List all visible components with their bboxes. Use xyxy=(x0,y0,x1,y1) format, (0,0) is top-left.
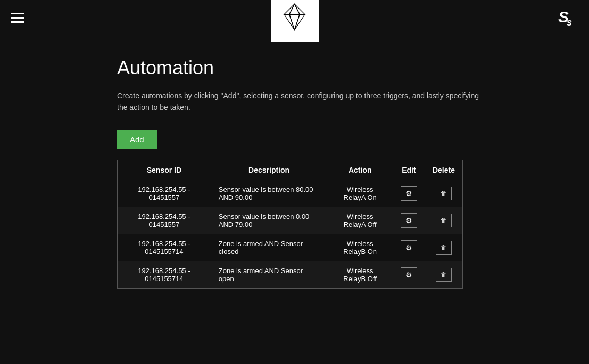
cell-action: Wireless RelayB Off xyxy=(327,261,393,288)
delete-button[interactable]: 🗑 xyxy=(436,187,452,200)
cell-description: Zone is armed AND Sensor closed xyxy=(211,234,327,261)
cell-description: Sensor value is between 80.00 AND 90.00 xyxy=(211,180,327,207)
logo-container xyxy=(271,0,319,42)
delete-button[interactable]: 🗑 xyxy=(436,268,452,282)
cell-sensor-id: 192.168.254.55 - 0145155714 xyxy=(118,261,211,288)
edit-button[interactable]: ⚙ xyxy=(401,267,417,282)
cell-sensor-id: 192.168.254.55 - 01451557 xyxy=(118,207,211,234)
table-header-row: Sensor ID Decsription Action Edit Delete xyxy=(118,160,463,180)
cell-description: Sensor value is between 0.00 AND 79.00 xyxy=(211,207,327,234)
table-row: 192.168.254.55 - 01451557Sensor value is… xyxy=(118,180,463,207)
cell-sensor-id: 192.168.254.55 - 01451557 xyxy=(118,180,211,207)
delete-button[interactable]: 🗑 xyxy=(436,241,452,255)
svg-marker-1 xyxy=(295,4,305,15)
svg-marker-7 xyxy=(289,14,300,30)
diamond-logo xyxy=(277,1,312,35)
cell-edit: ⚙ xyxy=(393,234,425,261)
col-edit: Edit xyxy=(393,160,425,180)
col-delete: Delete xyxy=(425,160,462,180)
col-action: Action xyxy=(327,160,393,180)
menu-button[interactable] xyxy=(11,13,24,23)
edit-button[interactable]: ⚙ xyxy=(401,213,417,228)
cell-delete: 🗑 xyxy=(425,180,462,207)
cell-sensor-id: 192.168.254.55 - 0145155714 xyxy=(118,234,211,261)
automation-table: Sensor ID Decsription Action Edit Delete… xyxy=(117,160,463,289)
brand-icon: S s xyxy=(557,5,578,30)
cell-description: Zone is armed AND Sensor open xyxy=(211,261,327,288)
col-description: Decsription xyxy=(211,160,327,180)
page-description: Create automations by clicking "Add", se… xyxy=(117,90,490,114)
page-title: Automation xyxy=(117,57,546,79)
cell-delete: 🗑 xyxy=(425,207,462,234)
cell-edit: ⚙ xyxy=(393,207,425,234)
cell-action: Wireless RelayA On xyxy=(327,180,393,207)
table-row: 192.168.254.55 - 0145155714Zone is armed… xyxy=(118,261,463,288)
svg-marker-6 xyxy=(284,14,295,30)
header: S s xyxy=(0,0,589,36)
add-button[interactable]: Add xyxy=(117,130,157,149)
cell-delete: 🗑 xyxy=(425,261,462,288)
svg-marker-8 xyxy=(295,14,305,30)
svg-marker-0 xyxy=(284,4,295,15)
col-sensor-id: Sensor ID xyxy=(118,160,211,180)
delete-button[interactable]: 🗑 xyxy=(436,214,452,227)
cell-action: Wireless RelayB On xyxy=(327,234,393,261)
svg-marker-2 xyxy=(289,4,300,15)
cell-edit: ⚙ xyxy=(393,261,425,288)
edit-button[interactable]: ⚙ xyxy=(401,186,417,201)
table-row: 192.168.254.55 - 0145155714Zone is armed… xyxy=(118,234,463,261)
cell-action: Wireless RelayA Off xyxy=(327,207,393,234)
cell-edit: ⚙ xyxy=(393,180,425,207)
svg-text:s: s xyxy=(567,17,572,27)
table-row: 192.168.254.55 - 01451557Sensor value is… xyxy=(118,207,463,234)
edit-button[interactable]: ⚙ xyxy=(401,240,417,255)
main-content: Automation Create automations by clickin… xyxy=(0,36,589,310)
cell-delete: 🗑 xyxy=(425,234,462,261)
